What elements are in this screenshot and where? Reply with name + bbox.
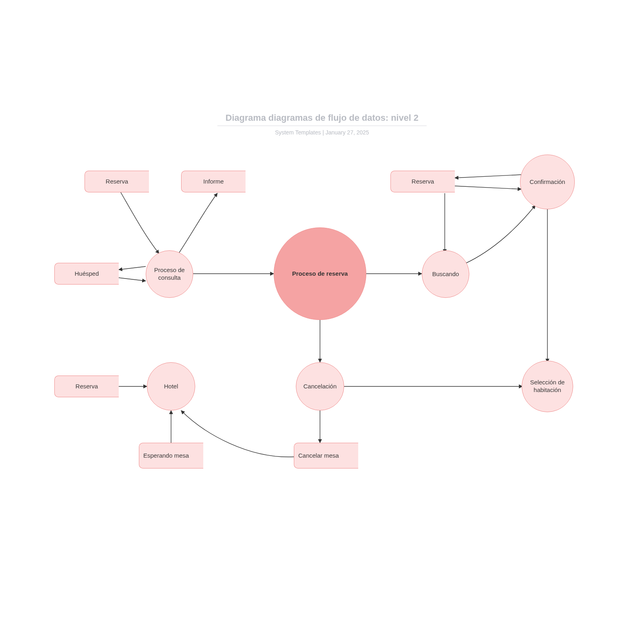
rect-cancelar-mesa[interactable]: Cancelar mesa — [294, 443, 358, 469]
diagram-title: Diagrama diagramas de flujo de datos: ni… — [217, 113, 427, 126]
rect-esperando-mesa[interactable]: Esperando mesa — [139, 443, 203, 469]
circle-proceso-consulta[interactable]: Proceso de consulta — [146, 250, 193, 298]
edges-layer — [0, 0, 644, 644]
rect-reserva-bottom-left[interactable]: Reserva — [54, 376, 119, 397]
rect-reserva-top-left[interactable]: Reserva — [85, 171, 149, 192]
circle-buscando[interactable]: Buscando — [422, 250, 469, 298]
subtitle-date: January 27, 2025 — [326, 129, 369, 136]
rect-huesped[interactable]: Huésped — [54, 263, 119, 285]
circle-cancelacion[interactable]: Cancelación — [296, 362, 344, 411]
circle-hotel[interactable]: Hotel — [147, 362, 195, 411]
diagram-subtitle: System Templates | January 27, 2025 — [0, 129, 644, 136]
title-block: Diagrama diagramas de flujo de datos: ni… — [0, 113, 644, 136]
diagram-canvas: Diagrama diagramas de flujo de datos: ni… — [0, 0, 644, 644]
subtitle-author: System Templates — [275, 129, 321, 136]
circle-proceso-reserva[interactable]: Proceso de reserva — [274, 227, 366, 320]
rect-reserva-top-right[interactable]: Reserva — [390, 171, 455, 192]
circle-confirmacion[interactable]: Confirmación — [520, 155, 575, 209]
subtitle-sep: | — [321, 129, 325, 136]
circle-seleccion-habitacion[interactable]: Selección de habitación — [522, 361, 573, 412]
rect-informe[interactable]: Informe — [181, 171, 246, 192]
